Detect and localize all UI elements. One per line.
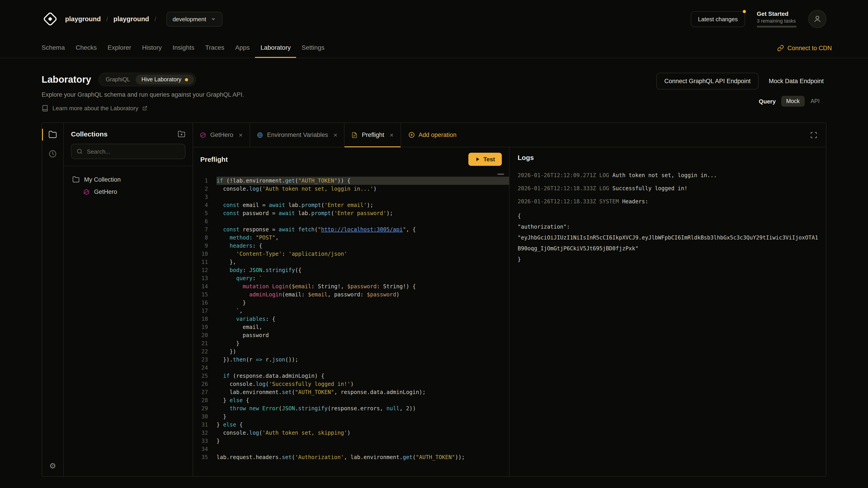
- add-operation-button[interactable]: Add operation: [401, 123, 464, 147]
- tab-preflight[interactable]: Preflight ×: [345, 123, 401, 147]
- collection-item-my-collection[interactable]: My Collection: [68, 173, 188, 186]
- connect-graphql-endpoint-button[interactable]: Connect GraphQL API Endpoint: [656, 73, 759, 90]
- operation-item-gethero[interactable]: GetHero: [79, 186, 188, 198]
- code-line[interactable]: 5 const password = await lab.prompt('Ent…: [193, 209, 509, 217]
- code-line[interactable]: 18 variables: {: [193, 315, 509, 323]
- get-started-subtitle: 3 remaining tasks: [757, 18, 797, 24]
- test-button[interactable]: Test: [468, 153, 502, 166]
- code-line[interactable]: 30 }: [193, 413, 509, 421]
- hive-laboratory-app: playground / playground / development La…: [0, 0, 868, 488]
- code-line[interactable]: 21 }: [193, 339, 509, 348]
- code-line[interactable]: 17 `,: [193, 307, 509, 315]
- new-collection-button[interactable]: [178, 130, 185, 138]
- code-line[interactable]: 28 } else {: [193, 396, 509, 404]
- nav-tab-apps[interactable]: Apps: [230, 38, 255, 58]
- code-line[interactable]: 27 lab.environment.set("AUTH_TOKEN", res…: [193, 388, 509, 396]
- test-button-label: Test: [483, 156, 495, 163]
- collections-rail-button[interactable]: [49, 130, 57, 139]
- code-line[interactable]: 4 const email = await lab.prompt('Enter …: [193, 201, 509, 209]
- code-line[interactable]: 25 if (response.data.adminLogin) {: [193, 372, 509, 380]
- fullscreen-button[interactable]: [802, 123, 826, 147]
- history-rail-button[interactable]: [49, 150, 57, 158]
- close-icon[interactable]: ×: [390, 131, 394, 139]
- code-line[interactable]: 7 const response = await fetch("http://l…: [193, 225, 509, 234]
- search-input[interactable]: [87, 148, 180, 155]
- code-line[interactable]: 10 'Content-Type': 'application/json': [193, 250, 509, 258]
- laboratory-mode-badges: GraphiQL Hive Laboratory: [98, 73, 196, 86]
- code-line[interactable]: 9 headers: {: [193, 242, 509, 250]
- rail-active-indicator: [42, 129, 43, 140]
- code-line[interactable]: 31} else {: [193, 421, 509, 429]
- code-line[interactable]: 35lab.request.headers.set('Authorization…: [193, 453, 509, 461]
- code-line[interactable]: 16 }: [193, 299, 509, 307]
- target-selector[interactable]: development: [166, 11, 222, 26]
- editor-logs-row: Preflight Test 1if (!lab.environment.get…: [193, 147, 826, 476]
- code-line[interactable]: 1if (!lab.environment.get("AUTH_TOKEN"))…: [193, 177, 509, 185]
- preflight-code-editor[interactable]: 1if (!lab.environment.get("AUTH_TOKEN"))…: [193, 171, 509, 476]
- code-line[interactable]: 34: [193, 445, 509, 453]
- nav-tab-schema[interactable]: Schema: [36, 38, 70, 58]
- hive-logo-icon[interactable]: [41, 10, 59, 28]
- book-icon: [41, 105, 49, 111]
- fold-marker[interactable]: [497, 173, 504, 175]
- close-icon[interactable]: ×: [239, 131, 243, 139]
- graphql-icon: [200, 132, 206, 138]
- page-title: Laboratory: [41, 74, 91, 85]
- code-line[interactable]: 32 console.log('Auth token set, skipping…: [193, 429, 509, 437]
- log-entry: 2026-01-26T12:12:18.333Z SYSTEM Headers:: [518, 197, 818, 205]
- nav-tab-laboratory[interactable]: Laboratory: [255, 38, 296, 58]
- nav-tab-traces[interactable]: Traces: [200, 38, 230, 58]
- close-icon[interactable]: ×: [333, 131, 338, 139]
- page-head-right: Connect GraphQL API Endpoint Mock Data E…: [656, 73, 827, 107]
- tab-environment-variables[interactable]: Environment Variables ×: [250, 123, 345, 147]
- latest-changes-button[interactable]: Latest changes: [691, 11, 745, 27]
- code-line[interactable]: 33}: [193, 437, 509, 445]
- page-subtitle: Explore your GraphQL schema and run quer…: [41, 91, 244, 98]
- code-line[interactable]: 24: [193, 364, 509, 372]
- code-line[interactable]: 13 query: `: [193, 274, 509, 283]
- code-line[interactable]: 20 password: [193, 331, 509, 339]
- code-line[interactable]: 19 email,: [193, 323, 509, 331]
- nav-tab-history[interactable]: History: [136, 38, 167, 58]
- code-line[interactable]: 14 mutation Login($email: String!, $pass…: [193, 283, 509, 291]
- logs-panel: Logs 2026-01-26T12:12:09.271Z LOG Auth t…: [509, 147, 826, 476]
- code-line[interactable]: 8 method: "POST",: [193, 234, 509, 242]
- settings-rail-button[interactable]: ⚙: [49, 462, 56, 470]
- log-raw-line: B90oqg_IjOmGtjP6CkiV5Jt695jBD0fjzPxk": [518, 243, 818, 254]
- code-line[interactable]: 23 }).then(r => r.json());: [193, 356, 509, 364]
- code-line[interactable]: 2 console.log('Auth token not set, loggi…: [193, 185, 509, 193]
- tab-label: Preflight: [362, 131, 384, 138]
- badge-dot: [185, 78, 188, 81]
- avatar[interactable]: [808, 10, 827, 28]
- collection-item-label: My Collection: [84, 176, 121, 183]
- code-line[interactable]: 11 },: [193, 258, 509, 266]
- graphiql-badge[interactable]: GraphiQL: [100, 74, 135, 85]
- tab-gethero[interactable]: GetHero ×: [193, 123, 250, 147]
- nav-tab-insights[interactable]: Insights: [167, 38, 200, 58]
- hive-laboratory-badge[interactable]: Hive Laboratory: [135, 74, 194, 85]
- breadcrumb-project[interactable]: playground: [114, 15, 149, 23]
- get-started-title: Get Started: [757, 10, 797, 17]
- connect-to-cdn-link[interactable]: Connect to CDN: [777, 38, 832, 58]
- nav-tab-checks[interactable]: Checks: [70, 38, 102, 58]
- toggle-api-option[interactable]: API: [806, 96, 825, 107]
- code-line[interactable]: 26 console.log('Successfully logged in!'…: [193, 380, 509, 388]
- code-line[interactable]: 6: [193, 217, 509, 225]
- gear-icon: ⚙: [49, 462, 56, 470]
- mock-data-endpoint-button[interactable]: Mock Data Endpoint: [766, 73, 827, 89]
- nav-tab-settings[interactable]: Settings: [296, 38, 330, 58]
- code-line[interactable]: 29 throw new Error(JSON.stringify(respon…: [193, 404, 509, 413]
- learn-more-link[interactable]: Learn more about the Laboratory: [41, 105, 244, 111]
- code-line[interactable]: 12 body: JSON.stringify({: [193, 266, 509, 274]
- nav-tab-explorer[interactable]: Explorer: [102, 38, 136, 58]
- play-icon: [475, 157, 480, 162]
- code-line[interactable]: 3: [193, 193, 509, 201]
- get-started-widget[interactable]: Get Started 3 remaining tasks: [757, 10, 797, 28]
- toggle-mock-option[interactable]: Mock: [781, 96, 805, 107]
- breadcrumb-org[interactable]: playground: [65, 15, 101, 23]
- code-line[interactable]: 15 adminLogin(email: $email, password: $…: [193, 291, 509, 299]
- code-line[interactable]: 22 }): [193, 348, 509, 356]
- hive-laboratory-badge-label: Hive Laboratory: [142, 76, 182, 83]
- operation-tabbar: GetHero × Environment Variables ×: [193, 123, 826, 147]
- document-icon: [351, 132, 358, 138]
